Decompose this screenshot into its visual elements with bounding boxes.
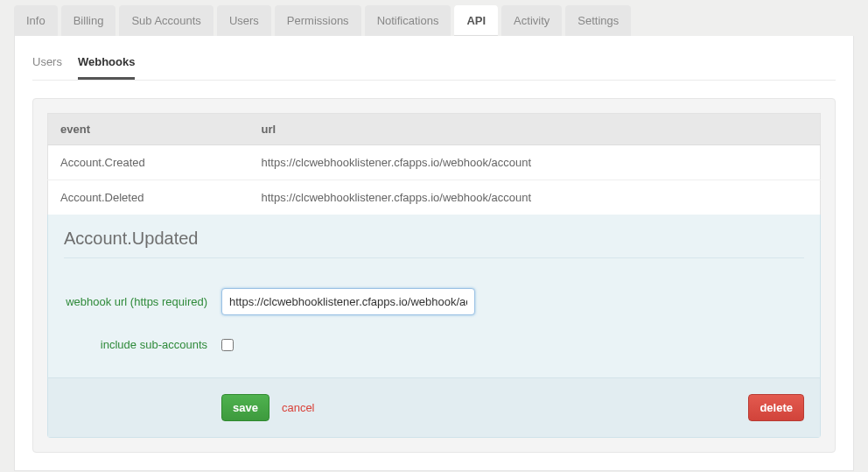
- tab-billing[interactable]: Billing: [61, 5, 116, 36]
- include-subaccounts-checkbox[interactable]: [221, 339, 234, 351]
- delete-button[interactable]: delete: [748, 394, 804, 421]
- editor-actions: save cancel delete: [48, 377, 820, 437]
- save-button[interactable]: save: [221, 394, 270, 421]
- cell-url: https://clcwebhooklistener.cfapps.io/web…: [249, 180, 821, 215]
- sub-tabs: Users Webhooks: [32, 50, 836, 81]
- webhooks-card: event url Account.Created https://clcweb…: [32, 98, 836, 453]
- tab-notifications[interactable]: Notifications: [365, 5, 452, 36]
- tab-sub-accounts[interactable]: Sub Accounts: [119, 5, 214, 36]
- subtab-webhooks[interactable]: Webhooks: [78, 50, 136, 80]
- cancel-link[interactable]: cancel: [282, 401, 315, 414]
- tab-api[interactable]: API: [454, 5, 498, 36]
- main-tabs: Info Billing Sub Accounts Users Permissi…: [14, 0, 854, 36]
- include-subaccounts-label: include sub-accounts: [64, 338, 221, 351]
- col-header-url: url: [249, 114, 821, 145]
- webhook-editor: Account.Updated webhook url (https requi…: [47, 215, 821, 438]
- tab-info[interactable]: Info: [14, 5, 58, 36]
- webhook-table: event url Account.Created https://clcweb…: [47, 113, 821, 215]
- cell-url: https://clcwebhooklistener.cfapps.io/web…: [249, 145, 821, 180]
- tab-users[interactable]: Users: [217, 5, 271, 36]
- webhook-url-label: webhook url (https required): [64, 295, 221, 308]
- table-row[interactable]: Account.Deleted https://clcwebhooklisten…: [48, 180, 821, 215]
- webhook-url-input[interactable]: [221, 288, 475, 315]
- subtab-users[interactable]: Users: [32, 50, 62, 80]
- tab-permissions[interactable]: Permissions: [275, 5, 361, 36]
- tab-settings[interactable]: Settings: [565, 5, 631, 36]
- cell-event: Account.Deleted: [48, 180, 249, 215]
- table-row[interactable]: Account.Created https://clcwebhooklisten…: [48, 145, 821, 180]
- col-header-event: event: [48, 114, 249, 145]
- tab-activity[interactable]: Activity: [501, 5, 562, 36]
- editor-title: Account.Updated: [64, 229, 804, 258]
- cell-event: Account.Created: [48, 145, 249, 180]
- content-panel: Users Webhooks event url Account.Created…: [14, 36, 854, 471]
